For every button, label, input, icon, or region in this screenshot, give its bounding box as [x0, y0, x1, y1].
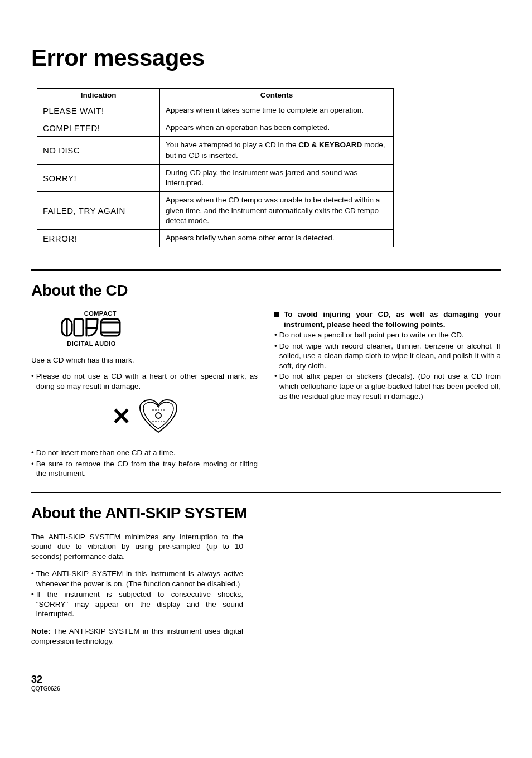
- bullet-item: • Do not wipe with record cleaner, thinn…: [274, 341, 501, 371]
- table-header-contents: Contents: [160, 89, 394, 102]
- bullet-item: • Be sure to remove the CD from the tray…: [31, 459, 258, 479]
- bullet-dot-icon: •: [274, 330, 279, 340]
- contents-cell: Appears when an operation has been compl…: [160, 119, 394, 137]
- anti-skip-column: The ANTI-SKIP SYSTEM minimizes any inter…: [31, 532, 243, 646]
- bullet-dot-icon: •: [31, 448, 36, 458]
- indication-cell: SORRY!: [37, 164, 160, 191]
- bullet-dot-icon: •: [274, 341, 279, 371]
- bullet-text: If the instrument is subjected to consec…: [36, 590, 243, 619]
- bullet-dot-icon: •: [31, 590, 36, 619]
- table-row: ERROR! Appears briefly when some other e…: [37, 229, 394, 247]
- bullet-text: Do not affix paper or stickers (decals).…: [279, 371, 501, 401]
- contents-text: You have attempted to play a CD in the: [166, 141, 298, 149]
- heart-cd-icon: [139, 399, 178, 434]
- indication-cell: FAILED, TRY AGAIN: [37, 192, 160, 230]
- section-divider: [31, 269, 501, 271]
- bullet-item: • Please do not use a CD with a heart or…: [31, 371, 258, 391]
- table-row: FAILED, TRY AGAIN Appears when the CD te…: [37, 192, 394, 230]
- note-text: The ANTI-SKIP SYSTEM in this instrument …: [31, 627, 243, 645]
- bullet-item: • Do not affix paper or stickers (decals…: [274, 371, 501, 401]
- anti-skip-note: Note: The ANTI-SKIP SYSTEM in this instr…: [31, 626, 243, 646]
- bullet-dot-icon: •: [31, 371, 36, 391]
- bullet-item: • Do not insert more than one CD at a ti…: [31, 448, 258, 458]
- contents-cell: Appears when the CD tempo was unable to …: [160, 192, 394, 230]
- error-messages-table: Indication Contents PLEASE WAIT! Appears…: [37, 88, 394, 247]
- bullet-item: • The ANTI-SKIP SYSTEM in this instrumen…: [31, 569, 243, 588]
- table-header-indication: Indication: [37, 89, 160, 102]
- indication-cell: COMPLETED!: [37, 119, 160, 137]
- document-id: QQTG0626: [31, 685, 501, 692]
- table-row: PLEASE WAIT! Appears when it takes some …: [37, 102, 394, 119]
- bullet-item: • If the instrument is subjected to cons…: [31, 590, 243, 619]
- x-mark-icon: ✕: [112, 402, 131, 432]
- svg-point-4: [156, 413, 161, 418]
- square-bullet-icon: [274, 312, 279, 317]
- use-mark-text: Use a CD which has this mark.: [31, 355, 258, 365]
- note-label: Note:: [31, 627, 51, 635]
- bullet-dot-icon: •: [274, 371, 279, 401]
- bullet-text: Do not wipe with record cleaner, thinner…: [279, 341, 501, 371]
- bullet-text: Be sure to remove the CD from the tray b…: [36, 459, 258, 479]
- indication-cell: NO DISC: [37, 137, 160, 164]
- table-row: COMPLETED! Appears when an operation has…: [37, 119, 394, 137]
- bullet-dot-icon: •: [31, 459, 36, 479]
- indication-cell: ERROR!: [37, 229, 160, 247]
- bullet-text: Please do not use a CD with a heart or o…: [36, 371, 258, 391]
- bullet-text: Do not use a pencil or ball point pen to…: [279, 330, 501, 340]
- heading-error-messages: Error messages: [31, 45, 501, 71]
- bullet-text: The ANTI-SKIP SYSTEM in this instrument …: [36, 569, 243, 588]
- about-cd-right-column: To avoid injuring your CD, as well as da…: [274, 310, 501, 480]
- contents-bold: CD & KEYBOARD: [298, 141, 362, 149]
- warning-heading: To avoid injuring your CD, as well as da…: [274, 310, 501, 329]
- svg-rect-2: [74, 319, 83, 336]
- contents-cell: Appears briefly when some other error is…: [160, 229, 394, 247]
- anti-skip-intro: The ANTI-SKIP SYSTEM minimizes any inter…: [31, 532, 243, 562]
- bullet-item: • Do not use a pencil or ball point pen …: [274, 330, 501, 340]
- page-number: 32: [31, 674, 501, 685]
- indication-cell: PLEASE WAIT!: [37, 102, 160, 119]
- contents-cell: During CD play, the instrument was jarre…: [160, 164, 394, 191]
- contents-cell: Appears when it takes some time to compl…: [160, 102, 394, 119]
- table-row: SORRY! During CD play, the instrument wa…: [37, 164, 394, 191]
- contents-cell: You have attempted to play a CD in the C…: [160, 137, 394, 164]
- warning-heading-text: To avoid injuring your CD, as well as da…: [284, 310, 501, 329]
- section-divider: [31, 492, 501, 493]
- logo-text-digital-audio: DIGITAL AUDIO: [61, 340, 122, 347]
- disc-logo-icon: [61, 316, 122, 338]
- compact-disc-logo: COMPACT: [61, 310, 122, 347]
- bullet-text: Do not insert more than one CD at a time…: [36, 448, 258, 458]
- heading-anti-skip: About the ANTI-SKIP SYSTEM: [31, 504, 501, 522]
- bullet-dot-icon: •: [31, 569, 36, 588]
- heading-about-cd: About the CD: [31, 282, 501, 300]
- table-row: NO DISC You have attempted to play a CD …: [37, 137, 394, 164]
- about-cd-left-column: COMPACT: [31, 310, 258, 480]
